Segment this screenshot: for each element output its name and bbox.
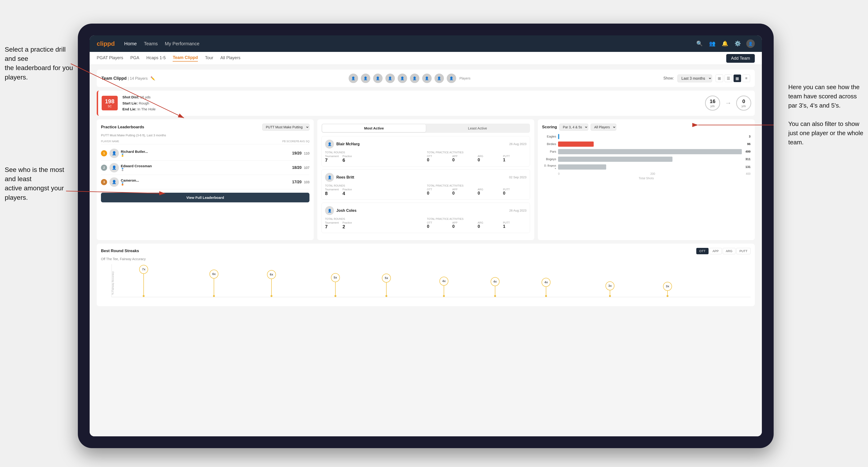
- nav-link-home[interactable]: Home: [124, 41, 137, 46]
- streak-pin-dot: [443, 295, 445, 297]
- lb-avg-1: 110: [304, 151, 309, 155]
- player-name-2: Edward Crossman: [121, 164, 152, 168]
- team-header: Team Clippd | 14 Players ✏️ 👤 👤 👤 👤 👤 👤 …: [97, 69, 755, 87]
- shot-badge: 198 SC: [102, 96, 118, 111]
- practice-val-3: 2: [342, 224, 352, 229]
- rounds-label-1: Total Rounds: [325, 151, 425, 154]
- pac-avatar-2: 👤: [325, 173, 334, 182]
- streak-pin-dot: [213, 295, 215, 297]
- period-select[interactable]: Last 3 months Last 6 months Last year Al…: [677, 74, 712, 82]
- list-view-icon[interactable]: ☰: [724, 74, 732, 82]
- player-avatar-2: 👤: [361, 73, 371, 84]
- search-icon[interactable]: 🔍: [695, 40, 703, 48]
- edit-icon[interactable]: ✏️: [151, 76, 155, 81]
- practice-label-3: Practice: [342, 221, 352, 224]
- dist-end-unit: yds: [742, 104, 746, 108]
- streak-pin-dot: [335, 295, 336, 297]
- player-activity-3: 👤 Josh Coles 26 Aug 2023 Total Rounds To…: [321, 203, 530, 233]
- streak-pin: 4x: [491, 277, 500, 297]
- streak-pin-circle: 5x: [382, 274, 391, 283]
- birdies-val: 96: [747, 142, 750, 146]
- nav-link-performance[interactable]: My Performance: [165, 41, 199, 46]
- pac-avatar-3: 👤: [325, 206, 334, 215]
- lb-row-3: 3 👤 Cameron... 🥉 17/20 103: [101, 175, 309, 189]
- player-name-3: Cameron...: [121, 178, 139, 182]
- scoring-chart: Eagles 3 Birdies 96: [542, 134, 750, 176]
- card-view-icon[interactable]: ▦: [734, 74, 741, 82]
- team-controls: Show: Last 3 months Last 6 months Last y…: [663, 74, 750, 82]
- tab-most-active[interactable]: Most Active: [322, 124, 426, 132]
- bell-icon[interactable]: 🔔: [721, 40, 729, 48]
- eagles-label: Eagles: [542, 135, 556, 138]
- streaks-title: Best Round Streaks: [101, 249, 139, 253]
- table-view-icon[interactable]: ≡: [743, 74, 750, 82]
- player-activity-2: 👤 Rees Britt 02 Sep 2023 Total Rounds To…: [321, 169, 530, 200]
- annotation-tl-line1: Select a practice drill and see: [5, 46, 66, 62]
- add-team-button[interactable]: Add Team: [726, 54, 755, 63]
- tournament-label-1: Tournament: [325, 155, 339, 158]
- dist-end: 0 yds: [736, 96, 751, 111]
- shot-detail-1: Shot Dist: 16 yds: [122, 94, 700, 100]
- streaks-tab-app[interactable]: APP: [710, 248, 722, 254]
- streaks-tab-putt[interactable]: PUTT: [736, 248, 750, 254]
- streak-pin: 6x: [267, 270, 276, 297]
- annotation-tr-line7: team.: [788, 138, 863, 147]
- streak-pin-dot: [666, 295, 669, 297]
- dist-end-value: 0: [742, 98, 745, 104]
- chart-row-birdies: Birdies 96: [542, 142, 750, 147]
- people-icon[interactable]: 👥: [708, 40, 716, 48]
- settings-icon[interactable]: ⚙️: [734, 40, 742, 48]
- streak-pin-line: [610, 290, 610, 295]
- pac-stats-3: Total Rounds Tournament 7 Practice 2: [325, 217, 526, 229]
- dist-start-value: 16: [710, 98, 715, 104]
- streak-pin-circle: 3x: [606, 281, 614, 290]
- streak-pin-line: [214, 279, 214, 295]
- lb-avatar-1: 👤: [110, 149, 119, 158]
- grid-view-icon[interactable]: ⊞: [716, 74, 723, 82]
- scoring-filter-pars[interactable]: Par 3, 4 & 5s: [559, 124, 588, 131]
- annotation-tl-line2: the leaderboard for you players.: [5, 64, 73, 81]
- drill-subtitle: PUTT Must Make Putting (3-6 ft), Last 3 …: [101, 133, 309, 137]
- streaks-tab-ott[interactable]: OTT: [696, 248, 709, 254]
- x-0: 0: [558, 172, 560, 176]
- nav-link-teams[interactable]: Teams: [144, 41, 158, 46]
- lb-avatar-3: 👤: [110, 177, 119, 187]
- streak-pin-dot: [271, 295, 272, 297]
- streak-pin: 5x: [382, 274, 391, 297]
- shot-badge-sub: SC: [105, 105, 115, 108]
- streaks-tab-arg[interactable]: ARG: [723, 248, 736, 254]
- streak-pin-circle: 4x: [439, 277, 448, 286]
- leaderboard-header: Practice Leaderboards PUTT Must Make Put…: [101, 124, 309, 131]
- scoring-header: Scoring Par 3, 4 & 5s All Players: [542, 124, 750, 131]
- practice-leaderboard-card: Practice Leaderboards PUTT Must Make Put…: [97, 119, 314, 240]
- tab-pga[interactable]: PGA: [130, 55, 139, 61]
- tournament-val-3: 7: [325, 224, 339, 229]
- avatar[interactable]: 👤: [746, 39, 755, 48]
- tab-pgat[interactable]: PGAT Players: [97, 55, 123, 61]
- tablet-screen: clippd Home Teams My Performance 🔍 👥 🔔 ⚙…: [90, 35, 762, 436]
- streaks-tabs: OTT APP ARG PUTT: [696, 248, 750, 254]
- x-400: 400: [746, 172, 750, 176]
- annotation-tr-line3: par 3's, 4's and 5's.: [788, 101, 863, 110]
- drill-select[interactable]: PUTT Must Make Putting ...: [262, 124, 309, 131]
- dist-arrow: →: [725, 99, 732, 107]
- player-avatar-8: 👤: [434, 73, 444, 84]
- pars-val: 499: [745, 150, 750, 153]
- tab-tour[interactable]: Tour: [205, 55, 213, 61]
- dbogeys-label: D. Bogeys +: [542, 164, 556, 170]
- streak-pin: 4x: [541, 278, 551, 297]
- player-info-3: 👤 Cameron... 🥉: [110, 177, 290, 187]
- main-content: Team Clippd | 14 Players ✏️ 👤 👤 👤 👤 👤 👤 …: [90, 65, 762, 436]
- streak-pin-dot: [143, 295, 145, 297]
- streak-pin-line: [386, 283, 386, 295]
- view-full-leaderboard-button[interactable]: View Full Leaderboard: [101, 193, 309, 203]
- tab-team-clippd[interactable]: Team Clippd: [173, 55, 198, 62]
- shot-card: 198 SC Shot Dist: 16 yds Start Lie: Roug…: [97, 91, 755, 116]
- three-cols: Practice Leaderboards PUTT Must Make Put…: [97, 119, 755, 240]
- streaks-card: Best Round Streaks OTT APP ARG PUTT Off …: [97, 244, 755, 306]
- eagles-val: 3: [749, 135, 750, 138]
- scoring-filter-players[interactable]: All Players: [591, 124, 616, 131]
- tab-least-active[interactable]: Least Active: [426, 124, 529, 132]
- tab-all-players[interactable]: All Players: [220, 55, 240, 61]
- tab-hcaps[interactable]: Hcaps 1-5: [146, 55, 165, 61]
